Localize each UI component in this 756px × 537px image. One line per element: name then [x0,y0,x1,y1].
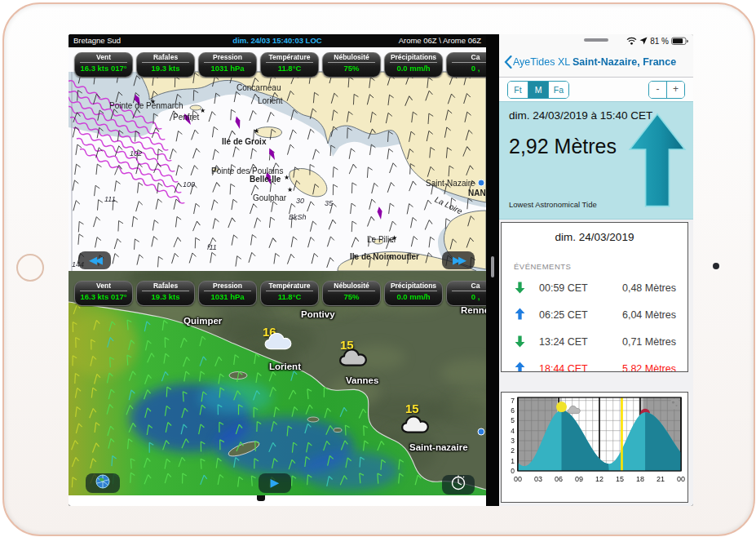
weather-box-nébulosité[interactable]: Nébulosité75% [322,52,381,78]
weather-box-ca[interactable]: Ca0 , [446,281,486,306]
nav-bar: AyeTides XL Saint-Nazaire, France [499,47,693,78]
place-label: NAN [468,189,486,197]
ayetides-app: 81 % AyeTides XL Saint-Nazaire, France F… [499,34,693,506]
weather-box-value: 75% [323,63,380,73]
weather-box-rafales[interactable]: Rafales19.3 kts [136,281,195,306]
next-frame-button[interactable]: ▶▶ [442,251,475,269]
weather-box-label: Rafales [137,53,194,62]
zoom-in-button[interactable]: + [667,82,684,98]
tide-chart-card: 76543210000306091215182100 [501,392,688,503]
unit-segment-m[interactable]: M [528,82,549,98]
weather-box-label: Température [261,53,318,62]
front-camera [713,263,719,269]
weather-box-précipitations[interactable]: Précipitations0.0 mm/h [384,52,443,78]
weather-box-rafales[interactable]: Rafales19.3 kts [136,52,195,78]
screenshot-stage: Bretagne Sud dim. 24/03 15:40:03 LOC Aro… [0,0,756,537]
nautical-chart-map[interactable]: ConcarneauLorientPointe de PenmarchPenfr… [69,47,486,271]
play-animation-button[interactable]: ▶ [259,473,291,493]
rising-tide-arrow-icon [628,107,687,211]
prev-frame-button[interactable]: ◀◀ [78,251,111,269]
lighthouse-star-icon: ★ [254,127,259,135]
low-tide-arrow-icon [515,335,525,348]
back-chevron-icon[interactable] [504,55,512,69]
time-button[interactable] [442,475,475,495]
unit-controls-row: FtMFa - + [499,78,693,101]
weather-box-précipitations[interactable]: Précipitations0.0 mm/h [384,281,443,306]
weather-box-ca[interactable]: Ca0 , [446,52,486,78]
split-handle-pill[interactable] [584,38,608,42]
back-button[interactable]: AyeTides XL [513,56,570,68]
unit-segmented-control: FtMFa [507,81,569,99]
weather-box-température[interactable]: Température11.8°C [260,281,319,306]
tide-event-row: 00:59 CET0,48 Mètres [502,277,687,301]
battery-percent: 81 % [650,37,669,46]
depth-label: 100 [183,180,195,189]
depth-label: 30 [296,197,304,205]
place-label: Lorient [258,96,283,105]
event-height: 5,82 Mètres [622,363,676,372]
weather-box-label: Pression [199,53,256,62]
zoom-out-button[interactable]: - [649,82,667,98]
wifi-icon [626,37,637,45]
svg-text:00: 00 [514,475,522,483]
svg-text:15: 15 [616,475,624,483]
clock-icon [450,475,466,491]
lighthouse-star-icon: ★ [150,98,156,105]
svg-text:5: 5 [511,416,515,424]
screen: Bretagne Sud dim. 24/03 15:40:03 LOC Aro… [69,34,693,506]
home-button[interactable] [16,254,44,282]
svg-text:0: 0 [511,467,515,475]
place-label: Saint-Nazaire [426,179,475,188]
weather-box-pression[interactable]: Pression1031 hPa [198,281,257,306]
svg-text:6: 6 [511,406,515,415]
event-time: 18:44 CET [539,363,588,372]
current-tide-panel: dim. 24/03/2019 à 15:40 CET 2,92 Mètres … [499,101,693,220]
high-tide-arrow-icon [515,362,525,372]
place-label: Penfret [173,113,199,122]
weather-box-nébulosité[interactable]: Nébulosité75% [322,281,381,306]
place-label: Belle-Ile [250,175,281,184]
city-label: Pontivy [301,309,335,319]
weather-infobar-bottom: Vent16.3 kts 017°Rafales19.3 ktsPression… [69,281,486,307]
svg-text:1: 1 [511,457,515,465]
svg-text:3: 3 [511,437,515,445]
weather-box-vent[interactable]: Vent16.3 kts 017° [74,52,133,78]
high-tide-arrow-icon [515,308,525,321]
weather-box-value: 0.0 mm/h [385,63,442,73]
weather-box-label: Nébulosité [323,282,380,291]
low-tide-arrow-icon [515,281,525,294]
event-time: 00:59 CET [539,282,588,294]
weather-box-value: 1031 hPa [199,63,256,73]
place-label: Goulphar [253,193,286,202]
ipad-device: Bretagne Sud dim. 24/03 15:40:03 LOC Aro… [2,2,755,536]
weather-infobar-top: Vent16.3 kts 017°Rafales19.3 ktsPression… [69,52,486,78]
weather-app: Bretagne Sud dim. 24/03 15:40:03 LOC Aro… [69,34,486,506]
svg-text:18: 18 [636,475,644,483]
depth-label: 35 [325,199,333,207]
unit-segment-fa[interactable]: Fa [549,82,568,98]
zoom-buttons: - + [648,81,685,99]
events-section-label: ÉVÉNEMENTS [514,262,571,271]
bottom-notch [257,495,265,501]
unit-segment-ft[interactable]: Ft [508,82,528,98]
svg-text:09: 09 [575,475,583,483]
splitview-drag-handle[interactable] [491,256,494,277]
weather-box-température[interactable]: Température11.8°C [260,52,319,78]
weather-box-label: Nébulosité [323,53,380,62]
splitview-divider[interactable] [486,34,499,506]
svg-text:03: 03 [534,475,542,483]
weather-box-value: 0 , [447,291,486,302]
place-label: Pointe de Penmarch [109,101,183,110]
location-icon [639,37,648,45]
svg-text:12: 12 [595,475,603,483]
weather-box-value: 11.8°C [261,63,318,73]
weather-box-label: Température [261,282,318,291]
globe-button[interactable] [86,473,120,493]
lighthouse-star-icon: ★ [200,107,206,114]
weather-box-vent[interactable]: Vent16.3 kts 017° [74,281,133,306]
weather-box-pression[interactable]: Pression1031 hPa [198,52,257,78]
weather-box-value: 16.3 kts 017° [75,63,132,73]
satellite-wind-map[interactable]: QuimperPontivyLorientVannesSaint-nazaire… [69,271,486,495]
left-app-bottom-strip [69,495,486,506]
place-label: Concarneau [237,83,281,92]
